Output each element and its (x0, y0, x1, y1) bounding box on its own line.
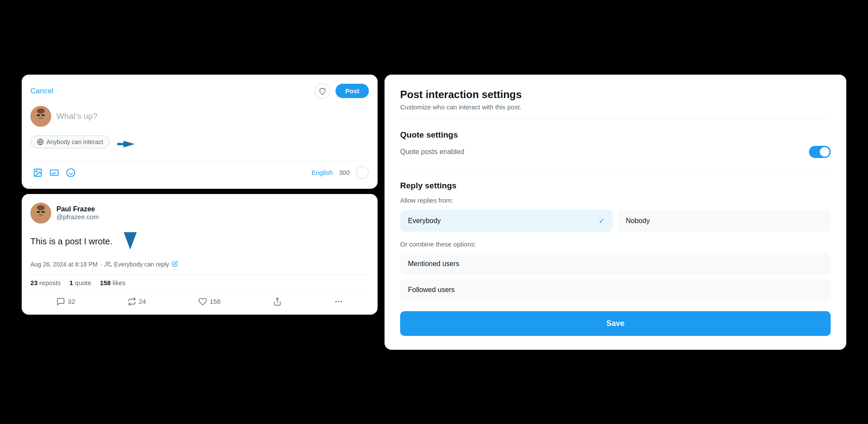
char-count: 300 (339, 169, 350, 176)
svg-point-13 (36, 171, 37, 172)
reply-count: 32 (68, 298, 75, 305)
svg-rect-5 (37, 114, 40, 116)
arrow-down-icon (119, 228, 141, 255)
post-stats: 23 reposts 1 quote 158 likes (30, 279, 369, 286)
svg-point-26 (38, 214, 43, 216)
post-author-info: Paul Frazee @pfrazee.com (56, 205, 99, 220)
like-action-button[interactable]: 158 (198, 297, 220, 306)
compose-input-area[interactable]: What's up? (56, 106, 369, 127)
reply-action-button[interactable]: 32 (56, 297, 75, 306)
post-text-content: This is a post I wrote. (30, 235, 112, 247)
nobody-option-button[interactable]: Nobody (618, 210, 831, 232)
compose-tools: GIF (30, 165, 312, 180)
nobody-option-label: Nobody (626, 217, 650, 225)
repost-count: 24 (139, 298, 146, 305)
cancel-button[interactable]: Cancel (30, 87, 53, 95)
post-actions: 32 24 158 (30, 297, 369, 306)
svg-point-28 (106, 262, 108, 264)
everybody-option-label: Everybody (408, 217, 441, 225)
avatar (30, 106, 51, 127)
svg-point-32 (341, 301, 342, 302)
svg-rect-23 (37, 211, 40, 213)
settings-divider (400, 119, 831, 120)
more-action-button[interactable] (334, 297, 343, 306)
like-count: 158 (210, 298, 220, 305)
post-stats-divider (30, 274, 369, 275)
reply-options-row: Everybody ✓ Nobody (400, 210, 831, 232)
quote-toggle-row: Quote posts enabled (400, 146, 831, 158)
mentioned-users-option-button[interactable]: Mentioned users (400, 253, 831, 275)
repost-action-button[interactable]: 24 (128, 297, 146, 306)
svg-point-30 (335, 301, 336, 302)
compose-footer: GIF English 300 (30, 165, 369, 180)
post-reposts: 23 reposts (30, 279, 61, 286)
save-button[interactable]: Save (400, 311, 831, 336)
check-icon: ✓ (598, 216, 605, 226)
post-meta: Aug 26, 2024 at 8:18 PM · Everybody can … (30, 261, 369, 268)
svg-point-22 (37, 205, 45, 210)
svg-marker-27 (124, 232, 137, 250)
quote-toggle[interactable] (809, 146, 831, 158)
post-actions-divider (30, 293, 369, 293)
post-reply-meta: Everybody can reply (114, 261, 169, 268)
post-likes: 158 likes (100, 279, 125, 286)
right-panel: Post interaction settings Customize who … (385, 75, 846, 350)
svg-text:GIF: GIF (52, 171, 56, 174)
interaction-pill[interactable]: Anybody can interact (30, 135, 110, 148)
svg-point-8 (38, 117, 43, 119)
shield-icon: ! (315, 83, 330, 99)
compose-header: Cancel ! Post (30, 83, 369, 99)
left-panel: Cancel ! Post (22, 75, 378, 350)
svg-rect-11 (117, 143, 131, 145)
post-button[interactable]: Post (335, 84, 369, 98)
char-progress-circle (356, 166, 369, 179)
post-text-row: This is a post I wrote. (30, 228, 369, 255)
compose-body: What's up? (30, 106, 369, 127)
post-quotes: 1 quote (69, 279, 91, 286)
combine-label: Or combine these options: (400, 240, 831, 248)
everybody-option-button[interactable]: Everybody ✓ (400, 210, 613, 232)
compose-placeholder: What's up? (56, 112, 97, 121)
svg-text:!: ! (322, 90, 323, 93)
quote-section-title: Quote settings (400, 130, 831, 140)
post-avatar (30, 203, 51, 224)
svg-rect-24 (42, 211, 45, 213)
reply-section-title: Reply settings (400, 181, 831, 191)
post-author-row: Paul Frazee @pfrazee.com (30, 203, 369, 224)
followed-users-option-button[interactable]: Followed users (400, 279, 831, 301)
svg-point-4 (37, 108, 45, 114)
language-button[interactable]: English (312, 169, 333, 176)
header-right: ! Post (315, 83, 369, 99)
compose-divider (30, 161, 369, 161)
post-meta-edit-icon[interactable] (172, 261, 178, 268)
post-author-handle: @pfrazee.com (56, 213, 99, 220)
post-meta-sep: · (100, 261, 102, 268)
post-date: Aug 26, 2024 at 8:18 PM (30, 261, 98, 268)
quote-toggle-label: Quote posts enabled (400, 148, 464, 156)
compose-card: Cancel ! Post (22, 75, 378, 189)
gif-tool-button[interactable]: GIF (47, 165, 62, 180)
svg-point-16 (67, 168, 75, 176)
svg-point-31 (338, 301, 339, 302)
arrow-right-icon (115, 137, 138, 153)
interaction-label: Anybody can interact (46, 138, 103, 145)
post-author-name: Paul Frazee (56, 205, 99, 213)
post-card: Paul Frazee @pfrazee.com This is a post … (22, 194, 378, 315)
reply-section-divider (400, 170, 831, 171)
allow-replies-label: Allow replies from: (400, 197, 831, 204)
settings-title: Post interaction settings (400, 89, 831, 101)
main-container: Cancel ! Post (22, 75, 846, 350)
svg-rect-6 (42, 114, 45, 116)
image-tool-button[interactable] (30, 165, 45, 180)
interaction-row: Anybody can interact (30, 135, 369, 154)
compose-right: English 300 (312, 166, 369, 179)
emoji-tool-button[interactable] (63, 165, 78, 180)
share-action-button[interactable] (273, 297, 282, 306)
settings-subtitle: Customize who can interact with this pos… (400, 103, 831, 111)
